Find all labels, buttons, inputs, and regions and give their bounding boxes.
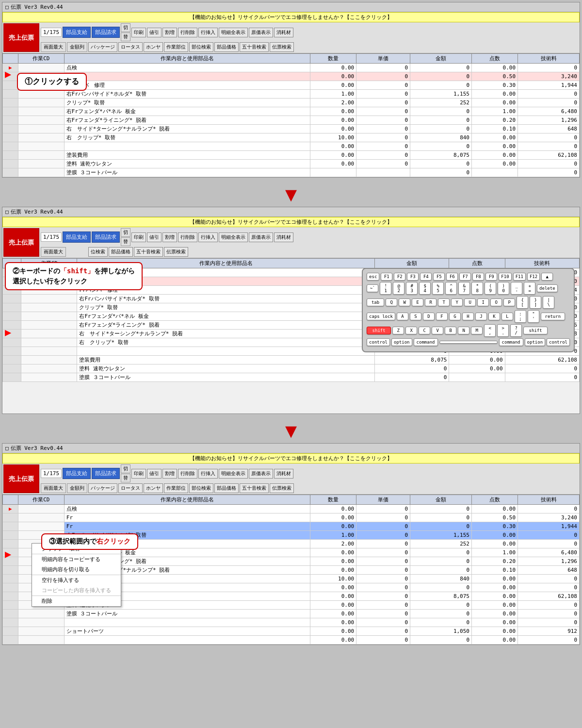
row-indicator [3,601,18,610]
parts-price-btn-3[interactable]: 部品価格 [214,483,239,493]
delete-row-btn-3[interactable]: 行削除 [178,469,197,479]
lotus-btn-1[interactable]: ロータス [118,42,143,52]
table-row[interactable]: ▶ 点検 0.00 0 0 0.00 0 [3,505,580,513]
replace-btn-1[interactable]: 替 [121,33,130,41]
lotus-btn-3[interactable]: ロータス [118,483,143,493]
work-dept-btn-1[interactable]: 作業部位 [164,42,188,52]
50-search-btn-2[interactable]: 五十音検索 [134,247,163,257]
ctx-copy[interactable]: 明細内容をコーピーする [32,554,121,564]
delete-row-btn-2[interactable]: 行削除 [178,232,197,242]
parts-order-btn-3[interactable]: 部品請求 [92,468,120,479]
parts-search-btn-1[interactable]: 部位検索 [189,42,213,52]
table-row[interactable]: 0.00 0 0 0.00 0 [3,636,580,645]
key-s: S [410,313,421,320]
table-row[interactable]: 塗料 速乾ウレタン 0 0.00 0 [3,364,580,373]
table-row[interactable]: 塗膜 ３コートパール 0.00 0 0 0.00 0 [3,610,580,618]
all-details-btn-3[interactable]: 明細全表示 [219,469,248,479]
sell-slip-btn-3[interactable]: 売上伝票 [3,464,39,493]
consumables-btn-1[interactable]: 消耗材 [274,28,293,37]
replace-btn-2[interactable]: 替 [121,237,130,246]
parts-search-btn-3[interactable]: 部位検索 [189,483,213,493]
all-list-btn-3[interactable]: 金額列 [67,483,87,493]
parts-price-btn-1[interactable]: 部品価格 [214,42,239,52]
table-row[interactable]: 右Frフェンダ*パ*ネル 板金 0.00 0 0 1.00 6,480 [3,107,580,116]
table-row[interactable]: 右 サイド*ターシング*ナルランプ* 脱着 0.00 0 0 0.10 648 [3,125,580,133]
parts-support-btn-3[interactable]: 部品支給 [63,468,91,479]
table-row[interactable]: Fr 0.00 0 0 0.50 3,240 [3,72,580,81]
notice-bar-3[interactable]: 【機能のお知らせ】リサイクルパーツでエコ修理をしませんか？【ここをクリック】 [2,453,580,463]
table-row[interactable]: 0.00 0 0 0.00 0 [3,142,580,151]
table-row[interactable]: 塗膜 ３コートパール 0 0 [3,373,580,382]
parts-order-btn-1[interactable]: 部品請求 [92,27,120,38]
notice-bar-1[interactable]: 【機能のお知らせ】リサイクルパーツでエコ修理をしませんか？【ここをクリック】 [2,12,580,22]
row-cd [18,636,64,645]
table-row[interactable]: クリップ* 取替 2.00 0 252 0.00 0 [3,99,580,107]
maximize-btn-1[interactable]: 画面最大 [41,42,66,52]
table-row[interactable]: 右Frバンパサイド*ホルダ* 取替 1.00 0 1,155 0.00 0 [3,90,580,99]
discount-btn-2[interactable]: 値引 [147,232,162,242]
increase-btn-1[interactable]: 割増 [162,28,177,37]
all-details-btn-2[interactable]: 明細全表示 [219,232,248,242]
50-search-btn-3[interactable]: 五十音検索 [240,483,269,493]
package-btn-3[interactable]: パッケージ [88,483,117,493]
arrow-2-3: ▼ [0,420,582,441]
table-row[interactable]: 塗料 速乾ウレタン 0.00 0 0 0.00 0 [3,160,580,168]
slip-search-btn-2[interactable]: 伝票検索 [164,247,188,257]
parts-order-btn-2[interactable]: 部品請求 [92,232,120,243]
original-price-btn-3[interactable]: 原価表示 [249,469,273,479]
package-btn-1[interactable]: パッケージ [88,42,117,52]
parts-support-btn-1[interactable]: 部品支給 [63,27,91,38]
parts-price-btn-2[interactable]: 部品価格 [109,247,133,257]
50-search-btn-1[interactable]: 五十音検索 [240,42,269,52]
insert-row-btn-1[interactable]: 行挿入 [198,28,218,37]
table-row[interactable]: ▶ 点検 0.00 0 0 0.00 0 [3,64,580,72]
replace-btn-3[interactable]: 替 [121,474,130,482]
key-n: N [458,327,469,334]
table-row[interactable]: 塗装費用 0.00 0 8,075 0.00 62,108 [3,151,580,160]
insert-row-btn-2[interactable]: 行挿入 [198,232,218,242]
honya-btn-1[interactable]: ホンヤ [144,42,163,52]
print-btn-1[interactable]: 印刷 [131,28,146,37]
ctx-cut[interactable]: 明細内容を切り取る [32,564,121,575]
original-price-btn-2[interactable]: 原価表示 [249,232,273,242]
table-row[interactable]: 塗装費用 8,075 0.00 62,108 [3,356,580,364]
maximize-btn-2[interactable]: 画面最大 [41,247,66,257]
discount-btn-3[interactable]: 値引 [147,469,162,479]
parts-support-btn-2[interactable]: 部品支給 [63,232,91,243]
table-row[interactable]: Fr 0.00 0 0 0.30 1,944 [3,522,580,531]
consumables-btn-2[interactable]: 消耗材 [274,232,293,242]
consumables-btn-3[interactable]: 消耗材 [274,469,293,479]
slip-search-btn-3[interactable]: 伝票検索 [270,483,294,493]
table-row[interactable]: Frバンパ 修理 0.00 0 0 0.30 1,944 [3,81,580,90]
slip-search-btn-1[interactable]: 伝票検索 [270,42,294,52]
table-row[interactable]: 0.00 0 0 0.00 0 [3,618,580,627]
print-btn-3[interactable]: 印刷 [131,469,146,479]
table-row[interactable]: 右 クリップ* 取替 10.00 0 840 0.00 0 [3,133,580,142]
table-row[interactable]: 右Frフェンダ*ライニング* 脱着 0.00 0 0 0.20 1,296 [3,116,580,125]
increase-btn-3[interactable]: 割増 [162,469,177,479]
original-price-btn-1[interactable]: 原価表示 [249,28,273,37]
ctx-delete[interactable]: 削除 [32,596,121,606]
increase-btn-2[interactable]: 割増 [162,232,177,242]
insert-row-btn-3[interactable]: 行挿入 [198,469,218,479]
table-row[interactable]: 塗膜 ３コートパール 0 0 [3,168,580,177]
ctx-insert-blank[interactable]: 空行を挿入する [32,575,121,585]
print-btn-2[interactable]: 印刷 [131,232,146,242]
cut-btn-1[interactable]: 切 [121,23,130,32]
table-row[interactable]: Fr 0.00 0 0 0.50 3,240 [3,513,580,522]
sell-slip-btn-2[interactable]: 売上伝票 [3,228,39,257]
table-row[interactable]: ショートパーツ 0.00 0 1,050 0.00 912 [3,627,580,636]
all-details-btn-1[interactable]: 明細全表示 [219,28,248,37]
row-name: 塗装費用 [64,151,310,160]
all-list-btn-1[interactable]: 金額列 [67,42,87,52]
parts-search-2nd-btn[interactable]: 位検索 [88,247,108,257]
sell-slip-btn-1[interactable]: 売上伝票 [3,23,39,52]
cut-btn-3[interactable]: 切 [121,464,130,473]
notice-bar-2[interactable]: 【機能のお知らせ】リサイクルパーツでエコ修理をしませんか？【ここをクリック】 [2,217,580,227]
discount-btn-1[interactable]: 値引 [147,28,162,37]
cut-btn-2[interactable]: 切 [121,228,130,237]
delete-row-btn-1[interactable]: 行削除 [178,28,197,37]
maximize-btn-3[interactable]: 画面最大 [41,483,66,493]
honya-btn-3[interactable]: ホンヤ [144,483,163,493]
work-dept-btn-3[interactable]: 作業部位 [164,483,188,493]
